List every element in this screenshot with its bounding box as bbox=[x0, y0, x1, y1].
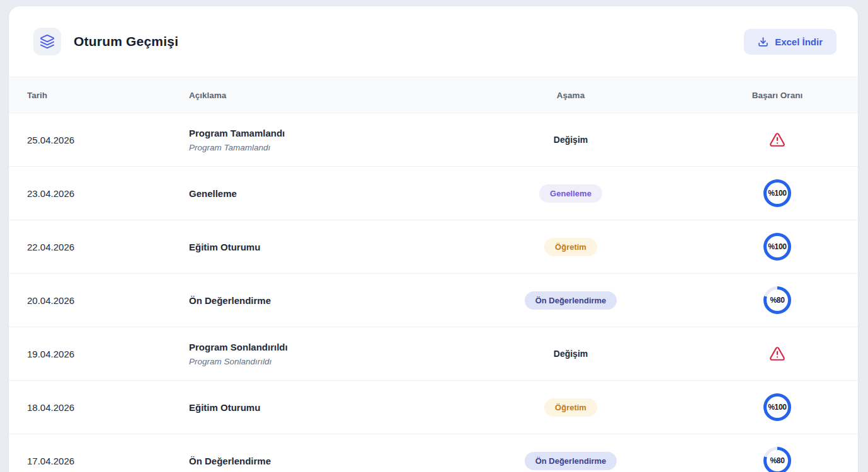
table-row[interactable]: 25.04.2026 Program Tamamlandı Program Ta… bbox=[9, 113, 858, 167]
session-date: 22.04.2026 bbox=[9, 242, 189, 252]
stage-badge: Ön Değerlendirme bbox=[525, 291, 617, 310]
session-date: 20.04.2026 bbox=[9, 295, 189, 306]
success-rate-ring: %100 bbox=[763, 393, 791, 421]
description-subtitle: Program Sonlandırıldı bbox=[189, 357, 445, 366]
alert-triangle-icon bbox=[769, 346, 785, 362]
column-header-desc: Açıklama bbox=[189, 91, 445, 100]
excel-download-button[interactable]: Excel İndir bbox=[744, 29, 837, 55]
stage-badge: Öğretim bbox=[544, 238, 597, 256]
success-rate-ring: %100 bbox=[763, 233, 791, 261]
column-header-date: Tarih bbox=[9, 91, 189, 100]
column-header-rate: Başarı Oranı bbox=[697, 91, 858, 100]
stage-badge: Ön Değerlendirme bbox=[525, 452, 617, 470]
table-row[interactable]: 20.04.2026 Ön Değerlendirme Ön Değerlend… bbox=[9, 274, 858, 327]
description-title: Eğitim Oturumu bbox=[189, 242, 445, 252]
description-title: Ön Değerlendirme bbox=[189, 456, 445, 466]
success-rate-ring: %80 bbox=[763, 447, 791, 472]
title-wrap: Oturum Geçmişi bbox=[33, 28, 744, 55]
table-row[interactable]: 19.04.2026 Program Sonlandırıldı Program… bbox=[9, 327, 858, 381]
description-title: Eğitim Oturumu bbox=[189, 402, 445, 413]
session-description: Program Sonlandırıldı Program Sonlandırı… bbox=[189, 342, 445, 366]
session-date: 17.04.2026 bbox=[9, 456, 189, 466]
success-rate-ring: %100 bbox=[763, 179, 791, 207]
stage-label: Değişim bbox=[554, 349, 588, 359]
alert-triangle-icon bbox=[769, 132, 785, 148]
table-row[interactable]: 23.04.2026 Genelleme Genelleme %100 bbox=[9, 167, 858, 220]
page-title: Oturum Geçmişi bbox=[74, 34, 178, 49]
session-date: 25.04.2026 bbox=[9, 135, 189, 145]
stage-badge: Genelleme bbox=[539, 184, 602, 203]
card-header: Oturum Geçmişi Excel İndir bbox=[9, 6, 858, 77]
session-description: Ön Değerlendirme bbox=[189, 295, 445, 306]
success-rate-value: %100 bbox=[768, 189, 787, 198]
success-rate-value: %100 bbox=[768, 242, 787, 251]
session-description: Eğitim Oturumu bbox=[189, 242, 445, 252]
success-rate-value: %100 bbox=[768, 403, 787, 412]
layers-icon bbox=[33, 28, 61, 55]
excel-button-label: Excel İndir bbox=[775, 37, 823, 47]
description-title: Ön Değerlendirme bbox=[189, 295, 445, 306]
description-title: Program Sonlandırıldı bbox=[189, 342, 445, 352]
success-rate-value: %80 bbox=[770, 296, 784, 305]
column-header-stage: Aşama bbox=[445, 91, 697, 100]
session-description: Eğitim Oturumu bbox=[189, 402, 445, 413]
description-title: Program Tamamlandı bbox=[189, 128, 445, 138]
table-row[interactable]: 22.04.2026 Eğitim Oturumu Öğretim %100 bbox=[9, 220, 858, 274]
session-history-card: Oturum Geçmişi Excel İndir Tarih Açıklam… bbox=[9, 6, 858, 472]
session-date: 23.04.2026 bbox=[9, 188, 189, 199]
session-date: 18.04.2026 bbox=[9, 402, 189, 413]
table-header: Tarih Açıklama Aşama Başarı Oranı bbox=[9, 77, 858, 113]
session-description: Ön Değerlendirme bbox=[189, 456, 445, 466]
description-subtitle: Program Tamamlandı bbox=[189, 143, 445, 152]
stage-badge: Öğretim bbox=[544, 398, 597, 417]
session-description: Genelleme bbox=[189, 188, 445, 199]
success-rate-value: %80 bbox=[770, 456, 784, 465]
description-title: Genelleme bbox=[189, 188, 445, 199]
stage-label: Değişim bbox=[554, 135, 588, 145]
table-row[interactable]: 18.04.2026 Eğitim Oturumu Öğretim %100 bbox=[9, 381, 858, 434]
success-rate-ring: %80 bbox=[763, 286, 791, 314]
session-date: 19.04.2026 bbox=[9, 349, 189, 359]
session-description: Program Tamamlandı Program Tamamlandı bbox=[189, 128, 445, 152]
download-icon bbox=[758, 37, 768, 47]
table-row[interactable]: 17.04.2026 Ön Değerlendirme Ön Değerlend… bbox=[9, 434, 858, 472]
